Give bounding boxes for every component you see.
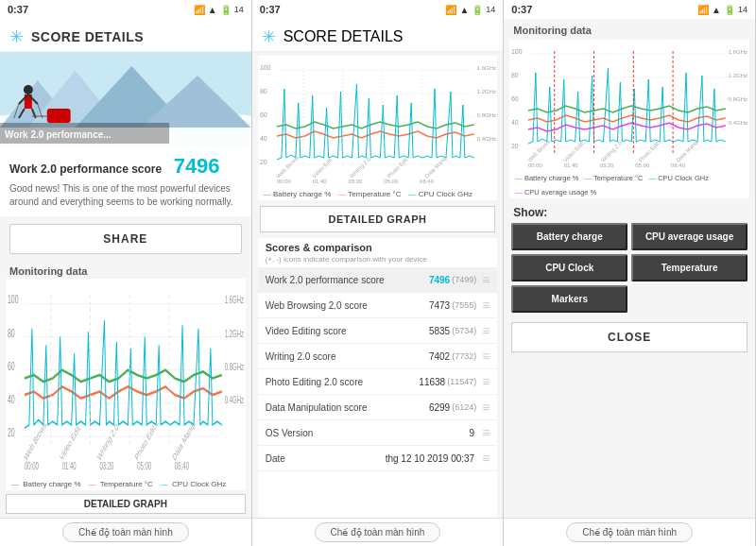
score-row-label-7: Date	[266, 453, 386, 464]
panel1-content: ✳ SCORE DETAILS	[0, 19, 251, 518]
battery-icon-3: 🔋	[724, 5, 735, 15]
bottom-bar-3: Chế độ toàn màn hình	[504, 518, 755, 546]
legend-cpu-1: — CPU Clock GHz	[161, 480, 227, 488]
wifi-icon-3: ▲	[712, 5, 721, 15]
svg-text:40: 40	[260, 135, 267, 142]
score-row-value-6: 9	[470, 428, 475, 438]
panel-2: 0:37 📶 ▲ 🔋 14 ✳ SCORE DETAILS	[252, 0, 505, 546]
svg-text:00:00: 00:00	[277, 179, 292, 184]
svg-text:01:40: 01:40	[312, 179, 327, 184]
scores-title: Scores & comparison	[258, 238, 498, 255]
legend-battery-1: — Battery charge %	[11, 480, 81, 488]
legend-temp-1: — Temperature °C	[89, 480, 153, 488]
score-row-compare-1: (7555)	[452, 300, 476, 310]
score-row-menu-6[interactable]: ≡	[482, 425, 490, 440]
monitoring-label-1: Monitoring data	[0, 262, 251, 279]
status-icons-1: 📶 ▲ 🔋 14	[194, 5, 244, 15]
signal-icon-3: 📶	[697, 5, 709, 15]
status-bar-1: 0:37 📶 ▲ 🔋 14	[0, 0, 251, 19]
show-avg-btn[interactable]: CPU average usage	[631, 223, 747, 250]
svg-text:01:40: 01:40	[564, 162, 579, 168]
score-row-menu-0[interactable]: ≡	[482, 272, 490, 287]
score-row-label-1: Web Browsing 2.0 score	[266, 300, 429, 311]
score-desc-1: Good news! This is one of the most power…	[9, 182, 242, 209]
score-header-2: ✳ SCORE DETAILS	[252, 19, 504, 52]
score-label-1: Work 2.0 performance score	[9, 162, 162, 176]
svg-text:03:20: 03:20	[348, 179, 363, 184]
score-section-1: Work 2.0 performance score 7496 Good new…	[0, 146, 251, 216]
score-row-6: OS Version9≡	[258, 420, 498, 446]
fullscreen-btn-2[interactable]: Chế độ toàn màn hình	[315, 522, 441, 542]
wifi-icon: ▲	[208, 5, 217, 15]
show-temp-btn[interactable]: Temperature	[631, 254, 747, 282]
svg-text:100: 100	[260, 64, 271, 71]
score-row-label-4: Photo Editing 2.0 score	[266, 377, 420, 387]
score-row-1: Web Browsing 2.0 score7473(7555)≡	[258, 293, 498, 318]
show-markers-btn[interactable]: Markers	[511, 285, 627, 313]
signal-icon-2: 📶	[445, 5, 456, 15]
svg-text:40: 40	[511, 119, 519, 126]
show-label: Show:	[504, 202, 755, 223]
score-row-label-5: Data Manipulation score	[266, 402, 429, 413]
show-cpu-btn[interactable]: CPU Clock	[511, 254, 627, 282]
legend-battery-2: — Battery charge %	[264, 190, 332, 198]
svg-text:1.2GHz: 1.2GHz	[729, 73, 747, 78]
legend-cpu-2: — CPU Clock GHz	[408, 190, 472, 198]
chart-svg-1: 100 80 60 40 20 1.6GHz 1.2GHz 0.8GHz 0.4…	[6, 279, 246, 478]
hero-chart: Work 2.0 performance...	[0, 52, 251, 146]
score-row-5: Data Manipulation score6299(6124)≡	[258, 395, 498, 420]
battery-label-3: 14	[738, 5, 747, 14]
svg-text:05:00: 05:00	[384, 179, 399, 184]
score-row-menu-2[interactable]: ≡	[482, 323, 490, 338]
gear-icon-1: ✳	[9, 26, 24, 47]
score-header-title-1: SCORE DETAILS	[31, 29, 144, 44]
scores-section: Scores & comparison (+, -) icons indicat…	[258, 238, 498, 518]
chart-legend-3: — Battery charge % — Temperature °C — CP…	[509, 172, 749, 198]
score-row-menu-3[interactable]: ≡	[482, 349, 490, 364]
fullscreen-btn-3[interactable]: Chế độ toàn màn hình	[566, 522, 693, 542]
score-row-value-3: 7402	[429, 351, 450, 362]
bottom-bar-1: Chế độ toàn màn hình	[0, 518, 251, 546]
close-button[interactable]: CLOSE	[511, 322, 747, 352]
chart-legend-1: — Battery charge % — Temperature °C — CP…	[6, 478, 246, 490]
score-value-1: 7496	[174, 154, 220, 178]
svg-text:20: 20	[260, 159, 267, 165]
show-battery-btn[interactable]: Battery charge	[511, 223, 627, 250]
status-time-2: 0:37	[260, 4, 281, 15]
score-row-0: Work 2.0 performance score7496(7499)≡	[258, 267, 498, 293]
score-row-menu-5[interactable]: ≡	[482, 400, 490, 415]
score-row-menu-4[interactable]: ≡	[482, 374, 490, 389]
score-row-value-1: 7473	[429, 300, 450, 311]
svg-text:06:40: 06:40	[671, 162, 686, 168]
svg-text:1.6GHz: 1.6GHz	[729, 49, 747, 55]
score-row-label-3: Writing 2.0 score	[266, 351, 429, 362]
svg-text:1.6GHz: 1.6GHz	[476, 65, 495, 71]
legend-temp-3: — Temperature °C	[584, 174, 643, 182]
svg-text:1.2GHz: 1.2GHz	[225, 328, 244, 339]
score-row-label-2: Video Editing score	[266, 326, 429, 336]
battery-icon: 🔋	[220, 5, 232, 15]
chart-legend-2: — Battery charge % — Temperature °C — CP…	[258, 188, 498, 200]
wifi-icon-2: ▲	[459, 5, 469, 15]
score-row-menu-1[interactable]: ≡	[482, 298, 490, 313]
panel-1: 0:37 📶 ▲ 🔋 14 ✳ SCORE DETAILS	[0, 0, 252, 546]
battery-label-2: 14	[486, 5, 495, 14]
status-icons-3: 📶 ▲ 🔋 14	[697, 5, 747, 15]
score-row-menu-7[interactable]: ≡	[482, 451, 490, 466]
detailed-graph-button-2[interactable]: DETAILED GRAPH	[260, 206, 496, 232]
score-row-3: Writing 2.0 score7402(7732)≡	[258, 344, 498, 369]
monitoring-label-3: Monitoring data	[504, 19, 755, 40]
score-row-1: Work 2.0 performance score 7496	[9, 154, 242, 179]
show-buttons-container: Battery charge CPU average usage CPU Clo…	[504, 223, 755, 313]
status-time-3: 0:37	[511, 4, 532, 15]
svg-text:60: 60	[260, 111, 267, 118]
svg-text:1.2GHz: 1.2GHz	[476, 89, 495, 94]
svg-rect-14	[47, 109, 71, 123]
fullscreen-btn-1[interactable]: Chế độ toàn màn hình	[62, 522, 189, 542]
score-row-value-7: thg 12 10 2019 00:37	[386, 453, 475, 464]
svg-text:03:20: 03:20	[600, 162, 615, 168]
chart-svg-3: 100 80 60 40 20 1.6GHz 1.2GHz 0.8GHz 0.4…	[509, 40, 749, 172]
share-button[interactable]: SHARE	[9, 224, 242, 254]
score-row-value-4: 11638	[419, 377, 445, 387]
svg-text:40: 40	[8, 393, 15, 406]
